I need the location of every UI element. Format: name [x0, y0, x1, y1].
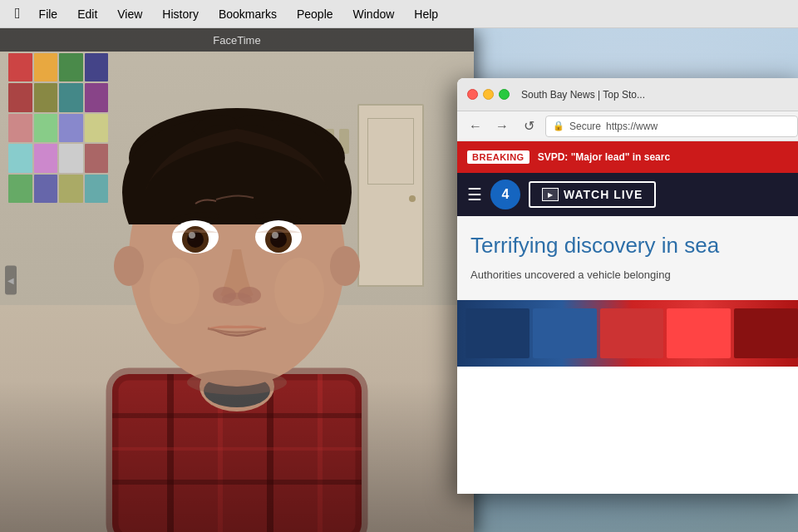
svg-point-18 — [189, 232, 195, 239]
security-lock-icon: 🔒 — [553, 121, 564, 131]
news-navbar: ☰ 4 ▶ WATCH LIVE — [457, 173, 798, 216]
window-minimize-button[interactable] — [483, 89, 494, 100]
video-gradient-overlay — [0, 381, 474, 532]
menu-history[interactable]: History — [154, 4, 207, 24]
browser-address-bar[interactable]: 🔒 Secure https://www — [545, 116, 798, 137]
browser-titlebar: South Bay News | Top Sto... — [457, 78, 798, 111]
collapse-icon: ◀ — [7, 276, 14, 285]
facetime-video-feed — [0, 28, 474, 532]
facetime-window: FaceTime ◀ — [0, 28, 474, 532]
browser-reload-button[interactable]: ↺ — [519, 116, 539, 136]
channel-logo: 4 — [490, 180, 520, 209]
browser-back-button[interactable]: ← — [466, 116, 485, 136]
breaking-label: BREAKING — [467, 150, 530, 164]
browser-tab-title: South Bay News | Top Sto... — [521, 89, 796, 101]
desktop: FaceTime ◀ South Bay News | Top Sto... ←… — [0, 28, 798, 532]
svg-point-27 — [150, 258, 200, 324]
url-text: https://www — [606, 121, 658, 132]
svg-point-28 — [274, 258, 324, 324]
article-subtext: Authorities uncovered a vehicle belongin… — [470, 267, 793, 283]
facetime-collapse-button[interactable]: ◀ — [5, 266, 17, 295]
browser-forward-button[interactable]: → — [492, 116, 512, 136]
article-content: Terrifying discovery in sea Authorities … — [457, 216, 798, 300]
breaking-news-bar: BREAKING SVPD: "Major lead" in searc — [457, 141, 798, 173]
watch-live-label: WATCH LIVE — [564, 188, 643, 201]
play-icon: ▶ — [542, 188, 559, 201]
svg-point-25 — [222, 293, 252, 306]
strip-block-4 — [667, 308, 731, 358]
menu-people[interactable]: People — [288, 4, 342, 24]
menu-file[interactable]: File — [31, 4, 66, 24]
svg-point-13 — [114, 246, 144, 286]
strip-block-5 — [734, 308, 798, 358]
article-headline: Terrifying discovery in sea — [470, 233, 793, 259]
browser-navbar: ← → ↺ 🔒 Secure https://www — [457, 111, 798, 141]
menu-bookmarks[interactable]: Bookmarks — [210, 4, 285, 24]
window-maximize-button[interactable] — [499, 89, 510, 100]
window-close-button[interactable] — [467, 89, 478, 100]
strip-block-1 — [466, 308, 530, 358]
facetime-title: FaceTime — [213, 34, 260, 47]
svg-point-14 — [330, 246, 360, 286]
menu-edit[interactable]: Edit — [69, 4, 106, 24]
apple-menu[interactable]:  — [8, 3, 27, 24]
strip-block-3 — [600, 308, 664, 358]
facetime-titlebar: FaceTime — [0, 28, 474, 52]
strip-block-2 — [533, 308, 597, 358]
menubar:  File Edit View History Bookmarks Peopl… — [0, 0, 798, 28]
watch-live-button[interactable]: ▶ WATCH LIVE — [529, 181, 656, 208]
secure-label: Secure — [569, 121, 601, 132]
menu-help[interactable]: Help — [406, 4, 446, 24]
svg-point-22 — [272, 232, 278, 239]
breaking-text: SVPD: "Major lead" in searc — [538, 151, 670, 163]
menu-view[interactable]: View — [109, 4, 150, 24]
hamburger-menu-icon[interactable]: ☰ — [467, 185, 482, 204]
browser-window: South Bay News | Top Sto... ← → ↺ 🔒 Secu… — [457, 78, 798, 494]
menu-window[interactable]: Window — [345, 4, 403, 24]
article-image-strip — [457, 300, 798, 367]
